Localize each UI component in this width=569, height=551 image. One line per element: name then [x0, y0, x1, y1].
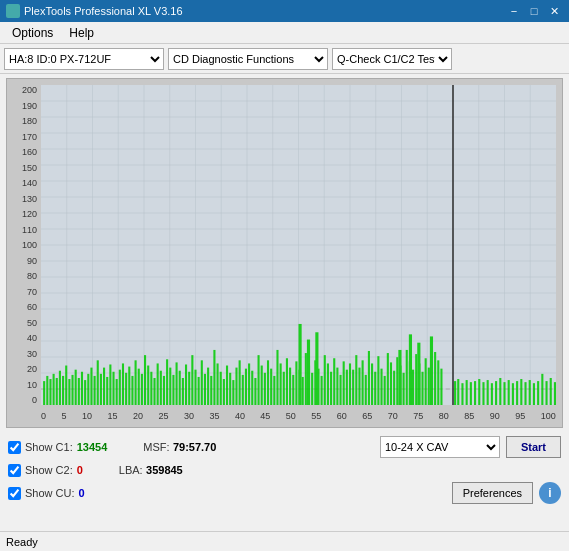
svg-rect-113	[270, 369, 272, 405]
svg-rect-42	[46, 376, 48, 405]
y-label-190: 190	[22, 101, 39, 111]
svg-rect-105	[245, 369, 247, 405]
svg-rect-142	[352, 370, 354, 405]
svg-rect-126	[311, 373, 313, 405]
info-button[interactable]: i	[539, 482, 561, 504]
msf-label: MSF:	[143, 441, 169, 453]
stats-row-3: Show CU: 0 Preferences i	[8, 482, 561, 504]
svg-rect-188	[508, 380, 510, 405]
x-label-0: 0	[41, 411, 46, 421]
maximize-button[interactable]: □	[525, 3, 543, 19]
svg-rect-65	[119, 370, 121, 405]
svg-rect-156	[396, 357, 398, 405]
svg-rect-135	[339, 375, 341, 405]
msf-value: 79:57.70	[173, 441, 216, 453]
close-button[interactable]: ✕	[545, 3, 563, 19]
status-text: Ready	[6, 536, 38, 548]
svg-rect-149	[374, 372, 376, 405]
svg-rect-101	[232, 380, 234, 405]
menu-options[interactable]: Options	[4, 24, 61, 42]
minimize-button[interactable]: −	[505, 3, 523, 19]
svg-rect-89	[194, 370, 196, 405]
svg-rect-130	[324, 355, 326, 405]
svg-rect-71	[138, 369, 140, 405]
svg-rect-196	[541, 374, 543, 405]
svg-rect-49	[68, 379, 70, 405]
x-label-15: 15	[107, 411, 117, 421]
y-label-140: 140	[22, 178, 39, 188]
svg-rect-92	[204, 374, 206, 405]
svg-rect-45	[56, 378, 58, 405]
function-select[interactable]: CD Diagnostic Functions	[168, 48, 328, 70]
x-label-25: 25	[158, 411, 168, 421]
start-button[interactable]: Start	[506, 436, 561, 458]
svg-rect-53	[81, 372, 83, 405]
svg-rect-74	[147, 366, 149, 405]
svg-rect-66	[122, 363, 124, 405]
x-label-5: 5	[61, 411, 66, 421]
x-label-10: 10	[82, 411, 92, 421]
svg-rect-190	[516, 381, 518, 405]
lba-value: 359845	[146, 464, 183, 476]
svg-rect-61	[106, 377, 108, 405]
svg-rect-109	[258, 355, 260, 405]
svg-rect-88	[191, 355, 193, 405]
y-label-160: 160	[22, 147, 39, 157]
svg-rect-154	[390, 362, 392, 405]
svg-rect-143	[355, 355, 357, 405]
svg-rect-107	[251, 371, 253, 405]
x-axis-labels: 0 5 10 15 20 25 30 35 40 45 50 55 60 65 …	[41, 407, 556, 425]
svg-rect-165	[425, 358, 427, 405]
x-label-85: 85	[464, 411, 474, 421]
c1-value: 13454	[77, 441, 108, 453]
svg-rect-102	[235, 368, 237, 405]
y-label-150: 150	[22, 163, 39, 173]
x-label-90: 90	[490, 411, 500, 421]
svg-rect-177	[461, 383, 463, 405]
svg-rect-100	[229, 373, 231, 405]
svg-rect-118	[286, 358, 288, 405]
drive-select[interactable]: HA:8 ID:0 PX-712UF	[4, 48, 164, 70]
svg-rect-183	[487, 380, 489, 405]
cu-checkbox[interactable]	[8, 487, 21, 500]
svg-rect-131	[327, 363, 329, 405]
x-label-75: 75	[413, 411, 423, 421]
svg-rect-182	[482, 382, 484, 405]
y-label-0: 0	[32, 395, 39, 405]
menu-help[interactable]: Help	[61, 24, 102, 42]
svg-rect-41	[43, 381, 45, 405]
lba-group: LBA: 359845	[119, 463, 183, 477]
svg-rect-185	[495, 381, 497, 405]
svg-rect-50	[71, 375, 73, 405]
svg-rect-83	[176, 362, 178, 405]
svg-rect-147	[368, 351, 370, 405]
svg-rect-152	[384, 376, 386, 405]
c2-value: 0	[77, 464, 83, 476]
svg-rect-47	[62, 376, 64, 405]
svg-rect-55	[87, 374, 89, 405]
y-label-60: 60	[27, 302, 39, 312]
svg-rect-195	[537, 381, 539, 405]
speed-select[interactable]: 10-24 X CAV	[380, 436, 500, 458]
svg-rect-155	[393, 371, 395, 405]
y-label-40: 40	[27, 333, 39, 343]
svg-rect-134	[336, 368, 338, 405]
y-label-200: 200	[22, 85, 39, 95]
y-label-80: 80	[27, 271, 39, 281]
c1-checkbox[interactable]	[8, 441, 21, 454]
x-label-45: 45	[260, 411, 270, 421]
x-label-20: 20	[133, 411, 143, 421]
y-label-20: 20	[27, 364, 39, 374]
svg-rect-129	[321, 376, 323, 405]
svg-rect-139	[307, 340, 310, 405]
svg-rect-85	[182, 378, 184, 405]
preferences-button[interactable]: Preferences	[452, 482, 533, 504]
test-select[interactable]: Q-Check C1/C2 Test	[332, 48, 452, 70]
svg-rect-73	[144, 355, 146, 405]
svg-rect-178	[466, 380, 468, 405]
app-icon	[6, 4, 20, 18]
c2-label: Show C2:	[25, 464, 73, 476]
svg-rect-161	[412, 370, 414, 405]
svg-rect-146	[365, 375, 367, 405]
c2-checkbox[interactable]	[8, 464, 21, 477]
